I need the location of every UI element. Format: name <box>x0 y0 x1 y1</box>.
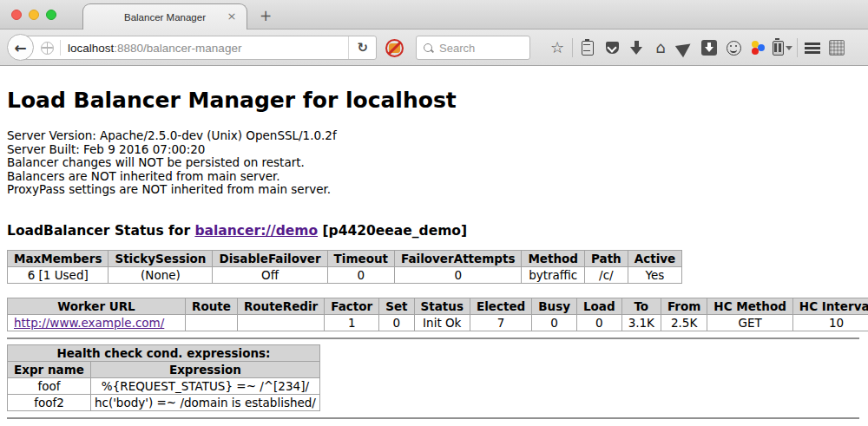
home-icon: ⌂ <box>655 40 665 56</box>
colored-dots-icon <box>750 40 766 56</box>
content-blocker-extension-icon[interactable] <box>385 39 404 57</box>
balancers-notice-line: Balancers are NOT inherited from main se… <box>7 170 861 184</box>
search-input[interactable]: Search <box>416 36 530 60</box>
zoom-window-button[interactable] <box>46 10 56 20</box>
toolbar-buttons: ☆ ⌂ <box>545 29 849 66</box>
health-header-row: Expr name Expression <box>8 361 320 377</box>
worker-data-row: http://www.example.com/ 1 0 Init Ok 7 0 … <box>8 314 868 331</box>
cell-path: /c/ <box>585 266 628 283</box>
cell-active: Yes <box>628 266 682 283</box>
cell-status: Init Ok <box>414 314 470 331</box>
col-maxmembers: MaxMembers <box>8 250 108 266</box>
cell-factor: 1 <box>325 314 379 331</box>
share-button[interactable] <box>673 29 697 66</box>
col-factor: Factor <box>325 298 379 314</box>
col-busy: Busy <box>532 298 577 314</box>
star-icon: ☆ <box>550 40 564 56</box>
col-hc-interval: HC Interval <box>792 298 868 314</box>
menu-button[interactable] <box>800 29 825 66</box>
balancer-header-row: MaxMembers StickySession DisableFailover… <box>8 250 682 266</box>
col-load: Load <box>576 298 621 314</box>
col-expr-name: Expr name <box>8 361 91 377</box>
url-separator <box>60 40 61 56</box>
cell-routeredir <box>237 314 324 331</box>
worker-table: Worker URL Route RouteRedir Factor Set S… <box>7 298 868 331</box>
reload-button[interactable]: ↻ <box>348 36 376 59</box>
downloads-button[interactable] <box>624 29 648 66</box>
server-built-line: Server Built: Feb 9 2016 07:00:20 <box>7 143 861 157</box>
hamburger-menu-icon <box>805 43 820 54</box>
cell-worker-url: http://www.example.com/ <box>8 314 186 331</box>
cell-set: 0 <box>379 314 414 331</box>
new-tab-button[interactable]: + <box>256 7 275 24</box>
search-icon <box>424 43 433 53</box>
home-button[interactable]: ⌂ <box>648 29 673 66</box>
cell-elected: 7 <box>470 314 531 331</box>
status-heading-prefix: LoadBalancer Status for <box>7 223 194 239</box>
reading-list-button[interactable] <box>575 29 600 66</box>
col-active: Active <box>628 250 682 266</box>
battery-extension-button[interactable] <box>770 29 794 66</box>
loadbalancer-status-heading: LoadBalancer Status for balancer://demo … <box>7 223 861 239</box>
search-placeholder: Search <box>439 42 475 55</box>
balancer-data-row: 6 [1 Used] (None) Off 0 0 bytraffic /c/ … <box>8 266 682 283</box>
paper-plane-icon <box>675 38 694 57</box>
cell-expression-foof2: hc('body') =~ /domain is established/ <box>90 394 319 410</box>
clipboard-icon <box>582 41 594 56</box>
col-hc-method: HC Method <box>707 298 793 314</box>
page-title: Load Balancer Manager for localhost <box>7 88 861 113</box>
col-to: To <box>621 298 661 314</box>
tab-title: Balancer Manager <box>124 12 206 23</box>
square-download-icon <box>701 40 717 56</box>
tab-close-icon[interactable]: × <box>225 10 239 23</box>
grid-page-icon <box>829 40 845 56</box>
health-title-row: Health check cond. expressions: <box>8 344 320 361</box>
url-text[interactable]: localhost:8880/balancer-manager <box>68 42 348 55</box>
minimize-window-button[interactable] <box>29 10 39 20</box>
reload-icon: ↻ <box>357 40 368 56</box>
cell-busy: 0 <box>532 314 577 331</box>
url-bar[interactable]: localhost:8880/balancer-manager ↻ <box>21 36 377 60</box>
col-expression: Expression <box>90 361 319 377</box>
col-route: Route <box>186 298 238 314</box>
worker-header-row: Worker URL Route RouteRedir Factor Set S… <box>8 298 868 314</box>
emoji-extension-button[interactable] <box>721 29 746 66</box>
pocket-icon <box>606 42 619 54</box>
back-button[interactable]: ← <box>7 34 34 61</box>
download-extension-button[interactable] <box>697 29 721 66</box>
bookmark-star-button[interactable]: ☆ <box>545 29 569 66</box>
tab-balancer-manager[interactable]: Balancer Manager × <box>82 3 247 29</box>
col-timeout: Timeout <box>327 250 394 266</box>
cell-expr-name-foof: foof <box>8 377 91 394</box>
back-arrow-icon: ← <box>14 39 26 56</box>
site-globe-icon <box>41 42 54 55</box>
cell-from: 2.5K <box>661 314 707 331</box>
traffic-lights <box>11 10 56 20</box>
col-disablefailover: DisableFailover <box>213 250 327 266</box>
tab-groups-button[interactable] <box>825 29 849 66</box>
col-from: From <box>661 298 707 314</box>
close-window-button[interactable] <box>11 10 22 20</box>
balancer-settings-table: MaxMembers StickySession DisableFailover… <box>7 250 682 284</box>
navigation-toolbar: ← localhost:8880/balancer-manager ↻ Sear… <box>0 29 868 66</box>
cell-load: 0 <box>576 314 621 331</box>
chevron-down-icon[interactable] <box>786 46 792 50</box>
server-version-line: Server Version: Apache/2.5.0-dev (Unix) … <box>7 129 861 143</box>
smiley-icon <box>727 41 741 56</box>
col-stickysession: StickySession <box>108 250 213 266</box>
url-host: localhost <box>68 42 114 55</box>
battery-icon <box>773 41 784 56</box>
balancer-demo-link[interactable]: balancer://demo <box>194 223 318 239</box>
cell-stickysession: (None) <box>108 266 213 283</box>
cell-hc-method: GET <box>707 314 793 331</box>
col-worker-url: Worker URL <box>8 298 186 314</box>
pocket-button[interactable] <box>600 29 624 66</box>
downloadhelper-extension-button[interactable] <box>746 29 770 66</box>
persist-notice-line: Balancer changes will NOT be persisted o… <box>7 156 861 170</box>
status-heading-suffix: [p4420eeae_demo] <box>318 223 467 239</box>
cell-method: bytraffic <box>522 266 585 283</box>
cell-maxmembers: 6 [1 Used] <box>8 266 108 283</box>
col-routeredir: RouteRedir <box>237 298 324 314</box>
worker-url-link[interactable]: http://www.example.com/ <box>14 316 164 330</box>
col-status: Status <box>414 298 470 314</box>
